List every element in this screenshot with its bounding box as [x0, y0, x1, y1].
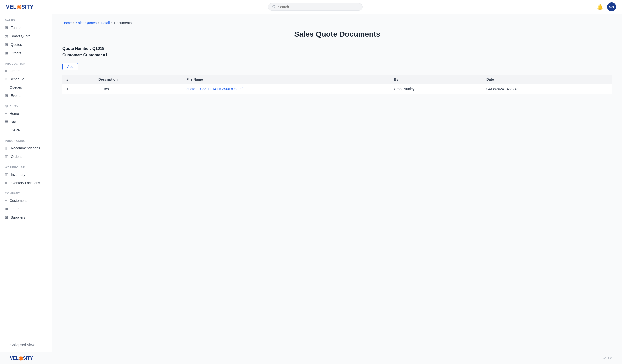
quote-info: Quote Number: Q1018 Customer: Customer #… [62, 45, 612, 58]
delete-icon[interactable]: 🗑 [98, 87, 102, 91]
app-logo: VEL◉SITY [6, 4, 34, 10]
orders-sales-icon: ⊞ [5, 51, 8, 55]
page-title: Sales Quote Documents [62, 30, 612, 38]
sidebar-item-label: Quotes [11, 43, 22, 47]
sidebar-item-orders-sales[interactable]: ⊞ Orders [0, 49, 52, 57]
sidebar-item-queues[interactable]: ○ Queues [0, 83, 52, 91]
sidebar-item-orders-prod[interactable]: ○ Orders [0, 67, 52, 75]
add-button[interactable]: Add [62, 63, 78, 70]
breadcrumb-sales-quotes[interactable]: Sales Quotes [76, 21, 97, 25]
breadcrumb: Home › Sales Quotes › Detail › Documents [62, 21, 612, 25]
col-by: By [390, 75, 482, 84]
sidebar-item-label: Customers [10, 199, 27, 203]
sidebar-item-suppliers[interactable]: ⊞ Suppliers [0, 213, 52, 222]
sidebar-section-production: PRODUCTION ○ Orders ○ Schedule ○ Queues … [0, 57, 52, 100]
customer-name: Customer: Customer #1 [62, 52, 612, 58]
sidebar-section-label-quality: QUALITY [0, 100, 52, 109]
documents-table: # Description File Name By Date 1 🗑 Test… [62, 75, 612, 94]
schedule-icon: ○ [5, 77, 7, 81]
queues-icon: ○ [5, 85, 7, 89]
sidebar-item-label: Ncr [11, 120, 16, 124]
page-footer: VEL◉SITY v1.1.0 [0, 352, 622, 364]
items-icon: ⊞ [5, 207, 8, 211]
sidebar-item-label: Recommendations [11, 146, 40, 150]
sidebar-item-smart-quote[interactable]: ◷ Smart Quote [0, 32, 52, 40]
sidebar-item-inventory[interactable]: ◫ Inventory [0, 170, 52, 179]
sidebar: SALES ⊞ Funnel ◷ Smart Quote ⊞ Quotes ⊞ … [0, 14, 52, 352]
file-link[interactable]: quote - 2022-11-14T103906.898.pdf [186, 87, 242, 91]
topbar: VEL◉SITY 🔔 GN [0, 0, 622, 14]
sidebar-item-ncr[interactable]: ☰ Ncr [0, 118, 52, 126]
sidebar-item-customers[interactable]: ⌂ Customers [0, 196, 52, 205]
cell-description-text: Test [103, 87, 110, 91]
smart-quote-icon: ◷ [5, 34, 8, 38]
sidebar-item-capa[interactable]: ☰ CAPA [0, 126, 52, 134]
sidebar-section-label-company: COMPANY [0, 187, 52, 196]
svg-line-1 [275, 7, 275, 8]
sidebar-section-label-warehouse: WAREHOUSE [0, 161, 52, 170]
sidebar-item-schedule[interactable]: ○ Schedule [0, 75, 52, 83]
sidebar-item-label: Suppliers [11, 215, 25, 219]
cell-description: 🗑 Test [94, 84, 182, 94]
sidebar-item-quotes[interactable]: ⊞ Quotes [0, 40, 52, 49]
sidebar-item-label: Orders [11, 155, 22, 159]
search-bar[interactable] [268, 3, 363, 11]
breadcrumb-detail[interactable]: Detail [101, 21, 110, 25]
sidebar-section-warehouse: WAREHOUSE ◫ Inventory ○ Inventory Locati… [0, 161, 52, 187]
breadcrumb-current: Documents [114, 21, 132, 25]
table-header-row: # Description File Name By Date [62, 75, 612, 84]
sidebar-section-sales: SALES ⊞ Funnel ◷ Smart Quote ⊞ Quotes ⊞ … [0, 14, 52, 57]
sidebar-item-home-quality[interactable]: ⌂ Home [0, 109, 52, 118]
quote-number: Quote Number: Q1018 [62, 45, 612, 52]
sidebar-section-quality: QUALITY ⌂ Home ☰ Ncr ☰ CAPA [0, 100, 52, 134]
sidebar-item-funnel[interactable]: ⊞ Funnel [0, 23, 52, 32]
breadcrumb-home[interactable]: Home [62, 21, 72, 25]
main-content: Home › Sales Quotes › Detail › Documents… [52, 14, 622, 352]
col-date: Date [482, 75, 612, 84]
ncr-icon: ☰ [5, 120, 8, 124]
sidebar-item-label: Events [11, 94, 21, 98]
footer-logo: VEL◉SITY [10, 355, 33, 361]
sidebar-item-recommendations[interactable]: ◫ Recommendations [0, 144, 52, 152]
sidebar-item-orders-purch[interactable]: ◫ Orders [0, 152, 52, 161]
sidebar-item-label: Schedule [10, 77, 24, 81]
cell-num: 1 [62, 84, 94, 94]
sidebar-item-label: Smart Quote [11, 34, 30, 38]
topbar-right: 🔔 GN [597, 2, 616, 11]
cell-by: Grant Nunley [390, 84, 482, 94]
inventory-icon: ◫ [5, 172, 8, 177]
search-input[interactable] [278, 5, 358, 9]
table-row: 1 🗑 Test quote - 2022-11-14T103906.898.p… [62, 84, 612, 94]
col-description: Description [94, 75, 182, 84]
sidebar-item-label: Inventory [11, 173, 25, 177]
cell-date: 04/08/2024 14:23:43 [482, 84, 612, 94]
sidebar-item-label: Orders [11, 51, 21, 55]
col-filename: File Name [182, 75, 390, 84]
sidebar-item-items[interactable]: ⊞ Items [0, 205, 52, 213]
col-num: # [62, 75, 94, 84]
sidebar-item-label: Inventory Locations [10, 181, 40, 185]
suppliers-icon: ⊞ [5, 215, 8, 220]
svg-point-0 [273, 5, 275, 8]
sidebar-section-label-production: PRODUCTION [0, 57, 52, 67]
customers-icon: ⌂ [5, 198, 7, 203]
collapsed-view-label: Collapsed View [10, 343, 34, 347]
orders-purch-icon: ◫ [5, 154, 8, 159]
cell-filename: quote - 2022-11-14T103906.898.pdf [182, 84, 390, 94]
notification-bell-icon[interactable]: 🔔 [597, 4, 603, 10]
avatar[interactable]: GN [607, 2, 616, 11]
funnel-icon: ⊞ [5, 25, 8, 30]
inventory-locations-icon: ○ [5, 181, 7, 185]
events-icon: ⊞ [5, 93, 8, 98]
home-quality-icon: ⌂ [5, 111, 7, 116]
sidebar-section-purchasing: PURCHASING ◫ Recommendations ◫ Orders [0, 134, 52, 161]
search-icon [272, 5, 276, 9]
sidebar-item-inventory-locations[interactable]: ○ Inventory Locations [0, 179, 52, 187]
sidebar-item-label: Items [11, 207, 19, 211]
breadcrumb-sep-3: › [111, 21, 113, 25]
collapsed-view-button[interactable]: ← Collapsed View [0, 340, 52, 350]
sidebar-section-company: COMPANY ⌂ Customers ⊞ Items ⊞ Suppliers [0, 187, 52, 222]
sidebar-item-events[interactable]: ⊞ Events [0, 91, 52, 100]
sidebar-item-label: Home [10, 112, 19, 116]
orders-prod-icon: ○ [5, 69, 7, 73]
